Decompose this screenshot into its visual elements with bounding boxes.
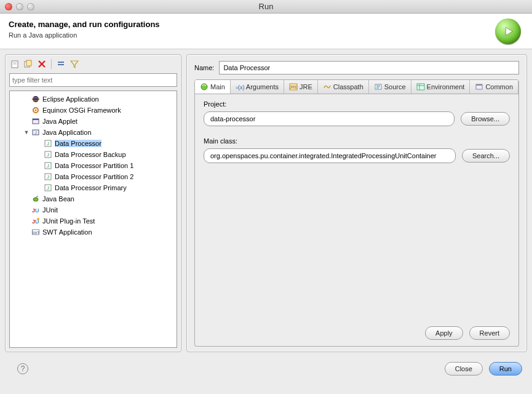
search-button[interactable]: Search... — [462, 149, 510, 163]
tree-item[interactable]: Eclipse Application — [11, 94, 175, 105]
svg-text:J: J — [47, 174, 49, 180]
header-title: Create, manage, and run configurations — [9, 20, 523, 29]
svg-point-11 — [33, 96, 39, 102]
tab-environment[interactable]: Environment — [411, 80, 470, 94]
svg-marker-0 — [506, 28, 512, 36]
header-subtitle: Run a Java application — [9, 31, 523, 39]
tab-label: Arguments — [246, 83, 279, 90]
svg-rect-8 — [58, 62, 64, 63]
new-config-icon[interactable] — [9, 58, 20, 70]
tree-item-label: Eclipse Application — [42, 95, 99, 103]
close-button[interactable]: Close — [445, 362, 483, 376]
tab-main-body: Project: Browse... Main class: Search...… — [194, 94, 519, 347]
tab-common[interactable]: Common — [470, 80, 518, 94]
tree-item-label: Java Bean — [42, 195, 74, 203]
tree-item[interactable]: SWTSWT Application — [11, 227, 175, 238]
duplicate-config-icon[interactable] — [23, 58, 34, 70]
tree-item[interactable]: JData Processor Primary — [11, 182, 175, 193]
run-button[interactable]: Run — [489, 362, 522, 376]
junit-icon: JU — [31, 205, 41, 215]
tree-item-label: JUnit — [42, 206, 58, 214]
svg-text:J: J — [47, 163, 49, 169]
tree-item[interactable]: JUJUnit — [11, 204, 175, 215]
applet-icon — [31, 116, 41, 126]
window-title: Run — [0, 2, 532, 11]
tab-main[interactable]: Main — [195, 80, 231, 94]
tree-item-label: Data Processor Partition 2 — [55, 173, 133, 180]
source-icon — [374, 82, 383, 91]
env-icon — [416, 82, 425, 91]
apply-button[interactable]: Apply — [425, 326, 463, 340]
project-input[interactable] — [204, 111, 455, 126]
tab-label: Source — [384, 83, 406, 90]
tree-item-label: JUnit Plug-in Test — [42, 217, 95, 225]
mainclass-label: Main class: — [204, 137, 510, 145]
svg-text:J: J — [47, 185, 49, 191]
tab-bar: Main(x)=ArgumentsJREJREClasspathSourceEn… — [194, 79, 519, 94]
config-tree[interactable]: Eclipse ApplicationEquinox OSGi Framewor… — [10, 91, 177, 240]
name-input[interactable] — [219, 61, 519, 74]
tree-item-label: SWT Application — [42, 228, 92, 236]
tree-item[interactable]: JUJUnit Plug-in Test — [11, 215, 175, 227]
tree-item[interactable]: JData Processor Backup — [11, 149, 175, 160]
tab-arguments[interactable]: (x)=Arguments — [231, 80, 284, 94]
java-icon: J — [31, 127, 41, 137]
tab-label: Common — [485, 83, 513, 90]
revert-button[interactable]: Revert — [469, 326, 510, 340]
svg-text:J: J — [47, 141, 49, 147]
disclosure-open-icon[interactable]: ▼ — [22, 129, 31, 135]
java-run-icon: J — [43, 139, 53, 148]
tree-item[interactable]: JData Processor Partition 2 — [11, 171, 175, 182]
editor-panel: Name: Main(x)=ArgumentsJREJREClasspathSo… — [186, 54, 527, 352]
green-circle-icon — [200, 82, 208, 91]
tab-source[interactable]: Source — [369, 80, 411, 94]
svg-point-29 — [33, 198, 38, 201]
tree-item[interactable]: Java Bean — [11, 193, 175, 204]
svg-marker-10 — [71, 61, 78, 68]
svg-text:J: J — [47, 152, 49, 158]
svg-rect-50 — [476, 84, 482, 86]
svg-rect-9 — [58, 64, 64, 65]
filter-icon[interactable] — [69, 58, 80, 70]
filter-input[interactable] — [9, 73, 177, 87]
xargs-icon: (x)= — [236, 82, 244, 91]
osgi-icon — [31, 105, 41, 115]
tree-item[interactable]: JData Processor Partition 1 — [11, 160, 175, 171]
tab-label: Main — [210, 83, 225, 90]
tree-item-label: Java Applet — [42, 118, 77, 125]
tab-label: JRE — [300, 83, 312, 90]
svg-text:J: J — [34, 131, 37, 135]
run-icon — [495, 18, 521, 44]
tree-item[interactable]: Equinox OSGi Framework — [11, 105, 175, 116]
svg-point-14 — [35, 110, 37, 111]
tree-item-label: Java Application — [42, 129, 92, 136]
browse-button[interactable]: Browse... — [461, 112, 510, 126]
svg-text:=: = — [236, 85, 239, 90]
java-run-icon: J — [43, 183, 53, 193]
name-label: Name: — [194, 64, 214, 71]
tab-label: Classpath — [333, 83, 363, 90]
tree-item[interactable]: ▼JJava Application — [11, 127, 175, 138]
svg-rect-5 — [26, 60, 31, 66]
configurations-panel: Eclipse ApplicationEquinox OSGi Framewor… — [5, 54, 181, 352]
project-label: Project: — [204, 100, 510, 108]
mainclass-input[interactable] — [204, 148, 456, 163]
jre-icon: JRE — [289, 82, 298, 91]
help-icon[interactable]: ? — [17, 363, 28, 374]
svg-rect-16 — [33, 119, 39, 120]
swt-icon: SWT — [31, 227, 41, 237]
delete-config-icon[interactable] — [36, 58, 47, 70]
junitplug-icon: JU — [31, 216, 41, 226]
tab-classpath[interactable]: Classpath — [318, 80, 369, 94]
tree-item-label: Data Processor Partition 1 — [55, 162, 133, 169]
java-run-icon: J — [43, 172, 53, 182]
tree-item[interactable]: JData Processor — [11, 138, 175, 149]
tab-jre[interactable]: JREJRE — [284, 80, 318, 94]
tree-item-label: Data Processor Backup — [55, 151, 126, 158]
svg-text:SWT: SWT — [32, 231, 40, 235]
svg-rect-46 — [417, 84, 424, 90]
dialog-footer: ? Close Run — [0, 357, 532, 384]
tree-item[interactable]: Java Applet — [11, 116, 175, 127]
collapse-all-icon[interactable] — [55, 58, 66, 70]
config-toolbar — [6, 55, 181, 72]
